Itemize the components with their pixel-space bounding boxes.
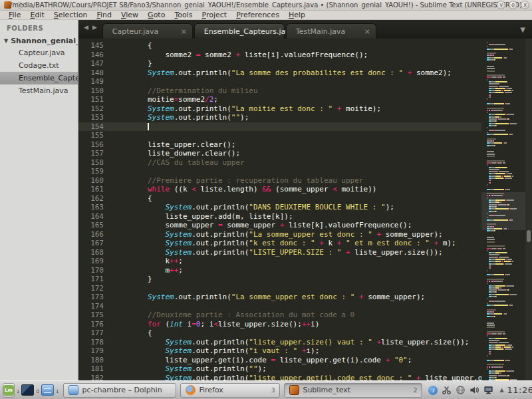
minimize-button[interactable]: v [497,1,505,9]
menu-view[interactable]: View [116,11,143,20]
open-files-dropdown-icon[interactable]: ▼ [520,26,525,33]
code-line[interactable]: 167 System.out.println("k est donc : " +… [78,239,481,248]
code-line[interactable]: 149 [78,77,481,86]
line-number: 157 [78,149,104,158]
sidebar-file-codage.txt[interactable]: Codage.txt [0,59,78,72]
display-icon[interactable] [483,385,493,395]
menu-file[interactable]: File [4,11,25,20]
line-number: 172 [78,284,104,293]
tab-label: Ensemble_Capteurs.java [204,27,295,36]
code-line[interactable]: 180 liste_upper.get(i).code = liste_uppe… [78,356,481,365]
code-line[interactable]: 145 { [78,41,481,51]
code-line[interactable]: 178 System.out.println("liste_upper.size… [78,338,481,347]
line-number: 161 [78,185,104,194]
code-line[interactable]: 179 System.out.println("i vaut : " +i); [78,346,481,356]
scrollbar-thumb[interactable] [527,230,531,242]
network-icon[interactable] [456,385,466,395]
code-line[interactable]: 153 System.out.println(""); [78,113,481,122]
menu-edit[interactable]: Edit [25,11,49,20]
code-line[interactable]: 155 [78,131,481,140]
menu-preferences[interactable]: Preferences [231,11,284,20]
code-line[interactable]: 160 //Premiere partie : recuperation du … [78,176,481,186]
code-line[interactable]: 156 liste_upper.clear(); [78,140,481,150]
menu-selection[interactable]: Selection [49,11,92,20]
close-button[interactable]: x [521,1,529,9]
code-line[interactable]: 159 [78,167,481,176]
code-line[interactable]: 147 } [78,59,481,68]
clipboard-scissors-icon[interactable] [442,385,452,395]
code-line[interactable]: 176 for (int i=0; i<liste_upper.size();+… [78,320,481,329]
mint-menu-button[interactable]: Lm [3,383,15,398]
show-desktop-icon[interactable] [21,384,34,396]
code-line[interactable]: 163 System.out.println("DANS DEUXIEME BO… [78,203,481,212]
code-line[interactable]: 170 m++; [78,266,481,275]
sidebar-file-capteur.java[interactable]: Capteur.java [0,47,78,59]
tab-close-icon[interactable]: × [181,27,187,36]
code-line[interactable]: 151 moitie=somme2/2; [78,95,481,104]
line-text: { [112,329,152,338]
volume-icon[interactable] [469,385,479,395]
folder-expand-icon[interactable]: ▼ [4,38,8,44]
code-line[interactable]: 150 //Determination du milieu [78,86,481,96]
minimap-viewport[interactable] [481,192,525,230]
line-number: 149 [78,77,104,86]
taskbar-button-firefox[interactable]: Firefox3 [180,383,280,398]
code-line[interactable]: 157 liste_downer.clear(); [78,149,481,158]
line-number: 145 [78,41,104,51]
line-text: System.out.println("La somme_upper est d… [112,293,425,302]
code-line[interactable]: 154 [78,122,481,132]
code-line[interactable]: 169 k++; [78,257,481,266]
tab-close-icon[interactable]: × [364,27,370,36]
code-editor[interactable]: 145 {146 somme2 = somme2 + liste[i].valu… [78,39,481,380]
taskbar-button-dolphin[interactable]: pc-chambre – Dolphin [63,383,176,398]
tab-testmain.java[interactable]: TestMain.java× [286,23,376,39]
code-line[interactable]: 146 somme2 = somme2 + liste[i].valueofFr… [78,51,481,60]
menu-tools[interactable]: Tools [170,11,197,20]
code-line[interactable]: 161 while ((k < liste.length) && (somme_… [78,185,481,194]
tab-ensemble_capteurs.java[interactable]: Ensemble_Capteurs.java● [194,23,285,39]
file-manager-icon[interactable] [41,384,54,396]
vertical-scrollbar[interactable] [525,39,532,380]
code-line[interactable]: 175 //Deuxieme partie : Association du m… [78,311,481,320]
menu-project[interactable]: Project [198,11,232,20]
menu-find[interactable]: Find [92,11,116,20]
code-line[interactable]: 152 System.out.println("La moitie est do… [78,104,481,114]
code-line[interactable]: 168 System.out.println("LISTE_UPPER.SIZE… [78,248,481,257]
dolphin-icon [68,385,78,395]
sidebar-root-folder[interactable]: ▼ Shannon_genial_YAOUH! [0,35,78,47]
tray-expander-icon[interactable]: ▲ [499,387,503,393]
maximize-button[interactable]: o [509,1,517,9]
menu-help[interactable]: Help [284,11,310,20]
tab-scroll-left-icon[interactable]: ◀ [84,24,88,31]
code-line[interactable]: 165 somme_upper = somme_upper + liste[k]… [78,221,481,230]
code-line[interactable]: 171 } [78,275,481,284]
code-line[interactable]: 173 System.out.println("La somme_upper e… [78,293,481,302]
minimap[interactable] [481,39,525,380]
line-number: 154 [78,122,104,132]
menu-goto[interactable]: Goto [143,11,170,20]
line-number: 177 [78,329,104,338]
code-line[interactable]: 174 [78,302,481,311]
tab-capteur.java[interactable]: Capteur.java× [102,23,193,39]
code-line[interactable]: 181 System.out.println(""); [78,364,481,374]
task-label: Sublime_text [303,386,350,394]
taskbar-button-sublime[interactable]: Sublime_text2 [284,383,422,398]
code-line[interactable]: 172 [78,284,481,293]
clock[interactable]: 11:26 [507,385,532,395]
sidebar-file-testmain.java[interactable]: TestMain.java [0,84,78,97]
code-line[interactable]: 166 System.out.println("La somme_upper e… [78,230,481,239]
line-number: 148 [78,68,104,78]
menubar: FileEditSelectionFindViewGotoToolsProjec… [0,11,532,20]
code-line[interactable]: 177 { [78,329,481,338]
code-line[interactable]: 164 liste_upper.add(m, liste[k]); [78,212,481,221]
sidebar-file-ensemble_capteurs[interactable]: Ensemble_Capteurs [0,72,78,84]
code-line[interactable]: 158 //CAS du tableau upper [78,158,481,168]
code-line[interactable]: 182 System.out.println("liste_upper.get(… [78,374,481,381]
code-line[interactable]: 148 System.out.println("La somme des pro… [78,68,481,78]
line-text: System.out.println("liste_upper.size() v… [112,338,469,347]
info-icon[interactable]: i [428,386,438,395]
quicklaunch-badge: 1 [17,389,19,396]
line-number: 146 [78,51,104,60]
tab-scroll-right-icon[interactable]: ▶ [92,24,97,31]
code-line[interactable]: 162 { [78,194,481,203]
